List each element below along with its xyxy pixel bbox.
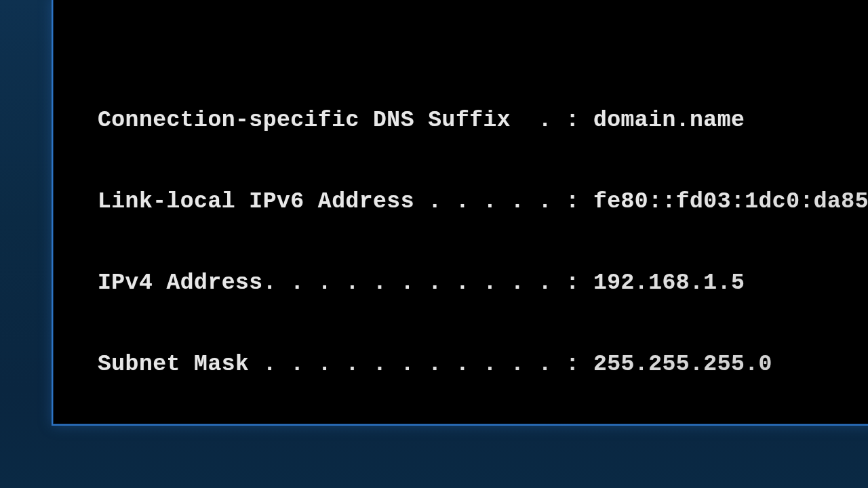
output-line: IPv4 Address. . . . . . . . . . . : 192.… — [56, 270, 868, 297]
output-line: Link-local IPv6 Address . . . . . : fe80… — [56, 188, 868, 216]
output-line: Subnet Mask . . . . . . . . . . . : 255.… — [56, 351, 868, 378]
terminal-output[interactable]: Connection-specific DNS Suffix . : domai… — [53, 0, 868, 424]
output-line: Connection-specific DNS Suffix . : domai… — [56, 107, 868, 134]
command-prompt-window: Connection-specific DNS Suffix . : domai… — [52, 0, 868, 426]
